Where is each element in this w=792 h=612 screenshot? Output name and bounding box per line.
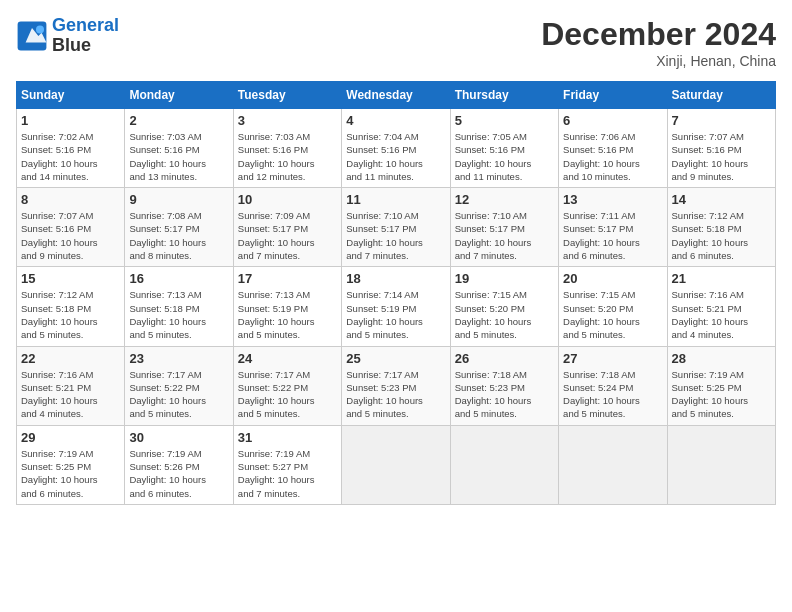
day-number: 31 <box>238 430 337 445</box>
day-info: Sunrise: 7:07 AMSunset: 5:16 PMDaylight:… <box>21 209 120 262</box>
calendar-cell: 23Sunrise: 7:17 AMSunset: 5:22 PMDayligh… <box>125 346 233 425</box>
day-info: Sunrise: 7:19 AMSunset: 5:25 PMDaylight:… <box>672 368 771 421</box>
day-number: 19 <box>455 271 554 286</box>
day-number: 8 <box>21 192 120 207</box>
weekday-header-wednesday: Wednesday <box>342 82 450 109</box>
day-info: Sunrise: 7:14 AMSunset: 5:19 PMDaylight:… <box>346 288 445 341</box>
weekday-header-tuesday: Tuesday <box>233 82 341 109</box>
calendar-cell: 5Sunrise: 7:05 AMSunset: 5:16 PMDaylight… <box>450 109 558 188</box>
day-info: Sunrise: 7:16 AMSunset: 5:21 PMDaylight:… <box>672 288 771 341</box>
day-number: 5 <box>455 113 554 128</box>
day-info: Sunrise: 7:17 AMSunset: 5:23 PMDaylight:… <box>346 368 445 421</box>
day-number: 11 <box>346 192 445 207</box>
calendar-cell: 19Sunrise: 7:15 AMSunset: 5:20 PMDayligh… <box>450 267 558 346</box>
calendar-table: SundayMondayTuesdayWednesdayThursdayFrid… <box>16 81 776 505</box>
calendar-cell: 12Sunrise: 7:10 AMSunset: 5:17 PMDayligh… <box>450 188 558 267</box>
day-info: Sunrise: 7:19 AMSunset: 5:26 PMDaylight:… <box>129 447 228 500</box>
calendar-cell: 8Sunrise: 7:07 AMSunset: 5:16 PMDaylight… <box>17 188 125 267</box>
weekday-header-friday: Friday <box>559 82 667 109</box>
location: Xinji, Henan, China <box>541 53 776 69</box>
day-number: 27 <box>563 351 662 366</box>
day-number: 26 <box>455 351 554 366</box>
day-number: 30 <box>129 430 228 445</box>
day-number: 24 <box>238 351 337 366</box>
calendar-cell: 3Sunrise: 7:03 AMSunset: 5:16 PMDaylight… <box>233 109 341 188</box>
day-number: 21 <box>672 271 771 286</box>
day-info: Sunrise: 7:10 AMSunset: 5:17 PMDaylight:… <box>346 209 445 262</box>
calendar-cell: 1Sunrise: 7:02 AMSunset: 5:16 PMDaylight… <box>17 109 125 188</box>
calendar-cell: 11Sunrise: 7:10 AMSunset: 5:17 PMDayligh… <box>342 188 450 267</box>
calendar-header-row: SundayMondayTuesdayWednesdayThursdayFrid… <box>17 82 776 109</box>
weekday-header-thursday: Thursday <box>450 82 558 109</box>
calendar-cell: 15Sunrise: 7:12 AMSunset: 5:18 PMDayligh… <box>17 267 125 346</box>
day-info: Sunrise: 7:15 AMSunset: 5:20 PMDaylight:… <box>455 288 554 341</box>
day-number: 29 <box>21 430 120 445</box>
calendar-cell <box>667 425 775 504</box>
calendar-cell: 29Sunrise: 7:19 AMSunset: 5:25 PMDayligh… <box>17 425 125 504</box>
weekday-header-monday: Monday <box>125 82 233 109</box>
day-info: Sunrise: 7:17 AMSunset: 5:22 PMDaylight:… <box>238 368 337 421</box>
day-number: 2 <box>129 113 228 128</box>
day-info: Sunrise: 7:12 AMSunset: 5:18 PMDaylight:… <box>672 209 771 262</box>
calendar-body: 1Sunrise: 7:02 AMSunset: 5:16 PMDaylight… <box>17 109 776 505</box>
calendar-cell <box>450 425 558 504</box>
calendar-cell: 21Sunrise: 7:16 AMSunset: 5:21 PMDayligh… <box>667 267 775 346</box>
day-info: Sunrise: 7:18 AMSunset: 5:24 PMDaylight:… <box>563 368 662 421</box>
calendar-cell: 2Sunrise: 7:03 AMSunset: 5:16 PMDaylight… <box>125 109 233 188</box>
day-info: Sunrise: 7:15 AMSunset: 5:20 PMDaylight:… <box>563 288 662 341</box>
logo: General Blue <box>16 16 119 56</box>
weekday-header-saturday: Saturday <box>667 82 775 109</box>
calendar-week-5: 29Sunrise: 7:19 AMSunset: 5:25 PMDayligh… <box>17 425 776 504</box>
day-info: Sunrise: 7:02 AMSunset: 5:16 PMDaylight:… <box>21 130 120 183</box>
day-number: 17 <box>238 271 337 286</box>
day-info: Sunrise: 7:11 AMSunset: 5:17 PMDaylight:… <box>563 209 662 262</box>
calendar-cell: 17Sunrise: 7:13 AMSunset: 5:19 PMDayligh… <box>233 267 341 346</box>
logo-text: General Blue <box>52 16 119 56</box>
calendar-week-3: 15Sunrise: 7:12 AMSunset: 5:18 PMDayligh… <box>17 267 776 346</box>
calendar-cell: 20Sunrise: 7:15 AMSunset: 5:20 PMDayligh… <box>559 267 667 346</box>
calendar-cell <box>342 425 450 504</box>
calendar-cell: 24Sunrise: 7:17 AMSunset: 5:22 PMDayligh… <box>233 346 341 425</box>
calendar-cell: 27Sunrise: 7:18 AMSunset: 5:24 PMDayligh… <box>559 346 667 425</box>
day-number: 20 <box>563 271 662 286</box>
calendar-cell: 10Sunrise: 7:09 AMSunset: 5:17 PMDayligh… <box>233 188 341 267</box>
day-info: Sunrise: 7:08 AMSunset: 5:17 PMDaylight:… <box>129 209 228 262</box>
day-info: Sunrise: 7:19 AMSunset: 5:25 PMDaylight:… <box>21 447 120 500</box>
calendar-cell: 7Sunrise: 7:07 AMSunset: 5:16 PMDaylight… <box>667 109 775 188</box>
calendar-cell: 31Sunrise: 7:19 AMSunset: 5:27 PMDayligh… <box>233 425 341 504</box>
calendar-cell: 22Sunrise: 7:16 AMSunset: 5:21 PMDayligh… <box>17 346 125 425</box>
calendar-cell: 14Sunrise: 7:12 AMSunset: 5:18 PMDayligh… <box>667 188 775 267</box>
title-block: December 2024 Xinji, Henan, China <box>541 16 776 69</box>
month-title: December 2024 <box>541 16 776 53</box>
calendar-cell: 25Sunrise: 7:17 AMSunset: 5:23 PMDayligh… <box>342 346 450 425</box>
day-info: Sunrise: 7:05 AMSunset: 5:16 PMDaylight:… <box>455 130 554 183</box>
calendar-cell: 13Sunrise: 7:11 AMSunset: 5:17 PMDayligh… <box>559 188 667 267</box>
calendar-cell: 4Sunrise: 7:04 AMSunset: 5:16 PMDaylight… <box>342 109 450 188</box>
day-number: 12 <box>455 192 554 207</box>
day-info: Sunrise: 7:09 AMSunset: 5:17 PMDaylight:… <box>238 209 337 262</box>
day-info: Sunrise: 7:17 AMSunset: 5:22 PMDaylight:… <box>129 368 228 421</box>
day-number: 7 <box>672 113 771 128</box>
day-info: Sunrise: 7:16 AMSunset: 5:21 PMDaylight:… <box>21 368 120 421</box>
calendar-cell: 18Sunrise: 7:14 AMSunset: 5:19 PMDayligh… <box>342 267 450 346</box>
day-info: Sunrise: 7:03 AMSunset: 5:16 PMDaylight:… <box>129 130 228 183</box>
day-number: 15 <box>21 271 120 286</box>
page-header: General Blue December 2024 Xinji, Henan,… <box>16 16 776 69</box>
day-number: 28 <box>672 351 771 366</box>
day-info: Sunrise: 7:13 AMSunset: 5:19 PMDaylight:… <box>238 288 337 341</box>
day-number: 23 <box>129 351 228 366</box>
day-info: Sunrise: 7:12 AMSunset: 5:18 PMDaylight:… <box>21 288 120 341</box>
calendar-cell: 6Sunrise: 7:06 AMSunset: 5:16 PMDaylight… <box>559 109 667 188</box>
calendar-week-4: 22Sunrise: 7:16 AMSunset: 5:21 PMDayligh… <box>17 346 776 425</box>
day-number: 18 <box>346 271 445 286</box>
calendar-week-1: 1Sunrise: 7:02 AMSunset: 5:16 PMDaylight… <box>17 109 776 188</box>
day-info: Sunrise: 7:04 AMSunset: 5:16 PMDaylight:… <box>346 130 445 183</box>
day-info: Sunrise: 7:07 AMSunset: 5:16 PMDaylight:… <box>672 130 771 183</box>
day-info: Sunrise: 7:19 AMSunset: 5:27 PMDaylight:… <box>238 447 337 500</box>
logo-icon <box>16 20 48 52</box>
day-number: 3 <box>238 113 337 128</box>
day-info: Sunrise: 7:18 AMSunset: 5:23 PMDaylight:… <box>455 368 554 421</box>
day-info: Sunrise: 7:13 AMSunset: 5:18 PMDaylight:… <box>129 288 228 341</box>
calendar-cell: 16Sunrise: 7:13 AMSunset: 5:18 PMDayligh… <box>125 267 233 346</box>
day-number: 13 <box>563 192 662 207</box>
